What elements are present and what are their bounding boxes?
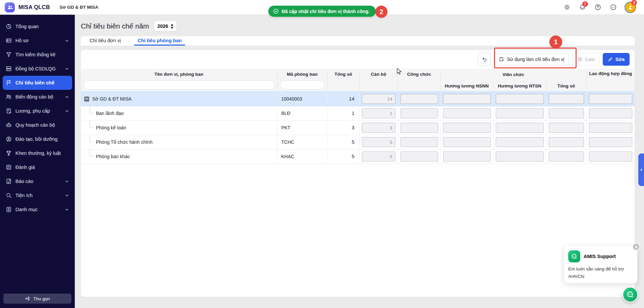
undo-button[interactable] [478, 53, 491, 66]
total-value: 1 [327, 106, 359, 121]
sidebar-item-luong-phu-cap[interactable]: Lương, phụ cấp [3, 104, 72, 118]
collapse-sidebar-button[interactable]: Thu gọn [3, 294, 71, 304]
tree-connector [90, 135, 93, 142]
chevron-down-icon [65, 207, 69, 212]
stepper-up-icon[interactable] [171, 24, 173, 26]
stepper-down-icon[interactable] [171, 27, 173, 29]
can-bo-input[interactable] [362, 137, 395, 147]
chat-close-button[interactable] [632, 243, 640, 251]
can-bo-input[interactable] [362, 108, 395, 118]
vc-total-input[interactable] [549, 151, 584, 162]
sidebar-item-dao-tao-boi-duong[interactable]: Đào tạo, bồi dưỡng [3, 132, 72, 146]
name-filter-input[interactable] [84, 80, 274, 89]
funnel-icon [6, 52, 12, 58]
ntsn-input[interactable] [496, 123, 544, 133]
notifications-button[interactable]: 7 [578, 3, 586, 11]
code-filter-input[interactable] [280, 80, 325, 89]
document-pen-icon [6, 108, 12, 114]
sidebar-item-label: Tìm kiếm thống kê [15, 52, 55, 57]
use-as-unit-target-button[interactable]: Sử dụng làm chỉ tiêu đơn vị [494, 53, 569, 66]
ld-input[interactable] [589, 137, 633, 147]
nsnn-input[interactable] [443, 108, 491, 118]
table-row[interactable]: Sở GD & ĐT MISA1004000314 [81, 92, 635, 106]
table-row[interactable]: Phòng kế toánPKT3 [81, 121, 635, 135]
table-row[interactable]: Ban lãnh đạoBLĐ1 [81, 106, 635, 121]
edit-label: Sửa [615, 57, 625, 62]
help-button[interactable] [594, 3, 602, 11]
ld-input[interactable] [589, 123, 633, 133]
user-avatar[interactable]: 3 [625, 2, 636, 13]
table-row[interactable]: Phòng Tổ chức hành chínhTCHC5 [81, 135, 635, 149]
column-header-nsnn: Hưởng lương NSNN [440, 81, 493, 92]
vc-total-input[interactable] [549, 137, 584, 147]
column-header-ntsn: Hưởng lương NTSN [493, 81, 546, 92]
can-bo-input[interactable] [362, 151, 395, 162]
ntsn-input[interactable] [496, 108, 544, 118]
sidebar-item-tong-quan[interactable]: Tổng quan [3, 19, 72, 34]
sidebar-item-label: Quy hoạch cán bộ [15, 122, 55, 128]
more-button[interactable] [609, 3, 617, 11]
sidebar-item-label: Đào tạo, bồi dưỡng [15, 136, 58, 142]
chat-fab[interactable] [623, 287, 638, 302]
nsnn-input[interactable] [443, 137, 491, 147]
sidebar-item-tien-ich[interactable]: Tiện ích [3, 188, 72, 202]
panel-toggle[interactable] [638, 153, 644, 186]
ld-input[interactable] [589, 108, 633, 118]
cong-chuc-input[interactable] [400, 94, 438, 104]
sidebar-item-label: Lương, phụ cấp [15, 108, 50, 114]
sidebar-item-dong-bo-csdlqg[interactable]: Đồng bộ CSDLQG [3, 62, 72, 76]
sidebar-item-danh-muc[interactable]: Danh mục [3, 202, 72, 217]
person-circle-icon [6, 136, 12, 142]
vc-total-input[interactable] [549, 94, 584, 104]
table-row[interactable]: Phòng ban khácKHAC5 [81, 149, 635, 164]
trophy-icon [6, 150, 12, 156]
total-value: 5 [327, 135, 359, 149]
ld-input[interactable] [589, 151, 633, 162]
year-stepper[interactable]: 2026 [154, 21, 177, 32]
unit-code: BLĐ [277, 106, 327, 121]
notification-badge: 7 [582, 1, 588, 7]
annotation-badge-1: 1 [549, 36, 562, 48]
sidebar-item-danh-gia[interactable]: Đánh giá [3, 160, 72, 174]
ntsn-input[interactable] [496, 94, 544, 104]
sidebar-item-quy-hoach-can-bo[interactable]: Quy hoạch cán bộ [3, 118, 72, 132]
settings-button[interactable] [563, 3, 571, 11]
unit-code: 10040003 [277, 92, 327, 106]
chat-title: AMIS Support [584, 254, 616, 259]
column-header-code: Mã phòng ban [277, 69, 327, 80]
vc-total-input[interactable] [549, 123, 584, 133]
ntsn-input[interactable] [496, 151, 544, 162]
column-header-total: Tổng số [328, 69, 359, 80]
sidebar-item-tim-kiem-thong-ke[interactable]: Tìm kiếm thống kê [3, 48, 72, 62]
column-header-vc-total: Tổng số [546, 81, 586, 92]
ld-input[interactable] [589, 94, 633, 104]
tab-chi-tieu-don-vi[interactable]: Chỉ tiêu đơn vị [88, 38, 123, 46]
cong-chuc-input[interactable] [400, 151, 438, 162]
report-icon [6, 178, 12, 184]
edit-button[interactable]: Sửa [603, 53, 630, 66]
sidebar-item-bien-dong-can-bo[interactable]: Biến động cán bộ [3, 90, 72, 104]
column-group-vien-chuc: Viên chức [441, 69, 586, 80]
ntsn-input[interactable] [496, 137, 544, 147]
toast-message: Đã cập nhật chỉ tiêu đơn vị thành công. [282, 9, 370, 14]
main-card: Sử dụng làm chỉ tiêu đơn vị Lưu Sửa Tên … [81, 50, 635, 297]
nsnn-input[interactable] [443, 151, 491, 162]
cong-chuc-input[interactable] [400, 108, 438, 118]
sidebar-item-bao-cao[interactable]: Báo cáo [3, 174, 72, 188]
nsnn-input[interactable] [443, 123, 491, 133]
sidebar-item-ho-so[interactable]: Hồ sơ [3, 34, 72, 48]
sidebar-item-khen-thuong-ky-luat[interactable]: Khen thưởng, kỷ luật [3, 146, 72, 160]
collapse-row-icon[interactable] [84, 97, 89, 102]
column-header-can-bo: Cán bộ [360, 69, 398, 80]
cong-chuc-input[interactable] [400, 137, 438, 147]
save-button[interactable]: Lưu [572, 53, 599, 66]
can-bo-input[interactable] [362, 123, 395, 133]
people-logo-icon [7, 4, 13, 10]
sidebar-item-chi-tieu-bien-che[interactable]: Chỉ tiêu biên chế [3, 76, 72, 90]
can-bo-input[interactable] [362, 94, 395, 104]
tab-chi-tieu-phong-ban[interactable]: Chỉ tiêu phòng ban [136, 38, 183, 46]
nsnn-input[interactable] [443, 94, 491, 104]
cong-chuc-input[interactable] [400, 123, 438, 133]
app-logo[interactable] [5, 2, 15, 12]
vc-total-input[interactable] [549, 108, 584, 118]
